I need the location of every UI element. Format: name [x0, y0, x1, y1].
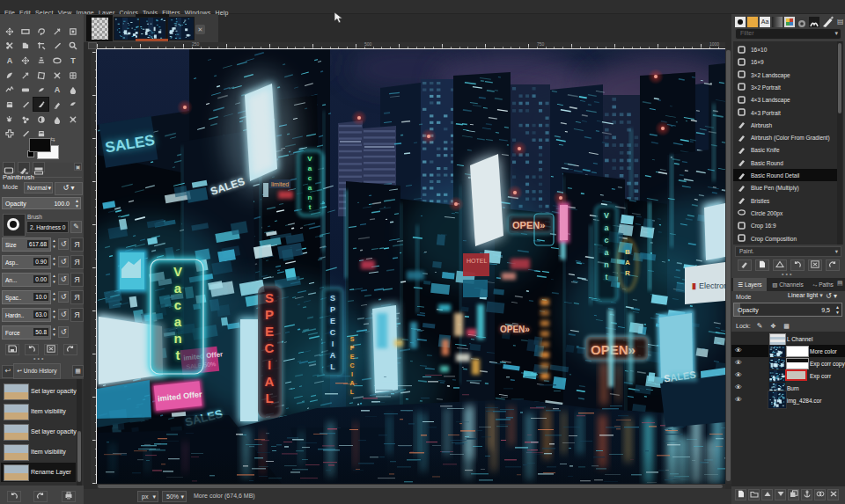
svg-text:A: A: [54, 85, 60, 94]
svg-text:A: A: [6, 56, 12, 65]
svg-text:T: T: [70, 56, 76, 65]
